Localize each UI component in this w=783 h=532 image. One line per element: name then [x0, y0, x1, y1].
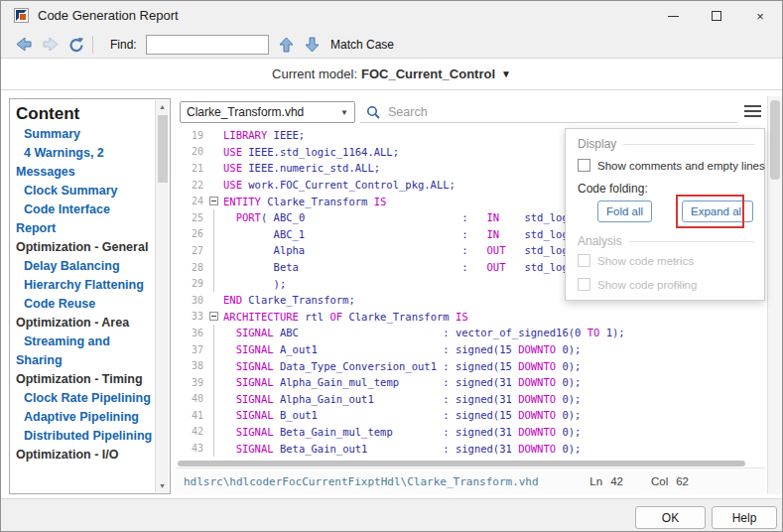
line-number: 33: [180, 311, 203, 322]
display-group-label: Display: [578, 137, 616, 151]
file-dropdown[interactable]: Clarke_Transform.vhd ▼: [180, 101, 355, 123]
line-number: 39: [180, 377, 203, 388]
fold-guide-line: [213, 424, 214, 441]
horizontal-scroll-thumb[interactable]: [178, 461, 745, 466]
dialog-footer: OK Help: [1, 498, 782, 531]
line-number: 25: [180, 212, 203, 223]
show-code-metrics-checkbox: [578, 254, 590, 267]
code-text: );: [223, 278, 286, 290]
fold-guide-line: [213, 325, 214, 341]
fold-toggle-icon[interactable]: [209, 197, 218, 205]
sidebar-item-clock-summary[interactable]: Clock Summary: [16, 182, 153, 200]
sidebar-item-hierarchy-flattening[interactable]: Hierarchy Flattening: [16, 276, 153, 295]
fold-all-button[interactable]: Fold all: [597, 200, 652, 222]
code-line-38: 38 SIGNAL Data_Type_Conversion_out1 : si…: [180, 357, 751, 374]
vertical-scrollbar[interactable]: [767, 96, 782, 494]
model-dropdown-caret-icon: ▼: [501, 68, 511, 79]
line-number: 26: [180, 228, 203, 239]
ok-button[interactable]: OK: [635, 506, 706, 529]
horizontal-scrollbar[interactable]: [178, 460, 753, 467]
fold-guide-line: [213, 440, 214, 457]
code-text: USE IEEE.numeric_std.ALL;: [223, 162, 380, 174]
line-number: 30: [180, 295, 203, 306]
line-number: 43: [180, 443, 203, 454]
file-dropdown-value: Clarke_Transform.vhd: [187, 105, 304, 119]
back-icon[interactable]: [15, 37, 32, 52]
match-case-toggle[interactable]: Match Case: [330, 38, 394, 52]
fold-guide-line: [213, 275, 214, 292]
sidebar-item-streaming-and-sharing[interactable]: Streaming and Sharing: [16, 332, 153, 370]
line-number: 19: [180, 130, 203, 141]
code-line-42: 42 SIGNAL Beta_Gain_mul_temp : signed(31…: [180, 424, 751, 441]
fold-guide-line: [213, 391, 214, 408]
toolbar-separator: [92, 36, 93, 54]
maximize-button[interactable]: [695, 1, 738, 31]
show-code-metrics-row: Show code metrics ···: [578, 254, 694, 267]
line-number: 42: [180, 426, 203, 437]
sidebar-item-4-warnings-2-messages[interactable]: 4 Warnings, 2 Messages: [16, 144, 153, 182]
find-next-icon[interactable]: [305, 37, 320, 53]
show-comments-checkbox[interactable]: [578, 159, 590, 172]
help-button[interactable]: Help: [712, 506, 777, 529]
line-number: 36: [180, 328, 203, 338]
file-path: hdlsrc\hdlcoderFocCurrentFixptHdl\Clarke…: [184, 475, 539, 488]
code-text: END Clarke_Transform;: [223, 294, 355, 306]
code-text: SIGNAL A_out1 : signed(15 DOWNTO 0);: [223, 343, 581, 355]
sidebar-heading-optimization-area: Optimization - Area: [16, 314, 153, 332]
close-button[interactable]: ×: [738, 1, 782, 31]
code-line-40: 40 SIGNAL Alpha_Gain_out1 : signed(31 DO…: [180, 391, 751, 408]
code-line-33: 33ARCHITECTURE rtl OF Clarke_Transform I…: [180, 309, 751, 326]
minimize-button[interactable]: [651, 1, 695, 31]
report-area: Current model: FOC_Current_Control ▼ Con…: [1, 59, 782, 498]
sidebar-item-code-interface-report[interactable]: Code Interface Report: [16, 200, 153, 238]
column-value: 62: [676, 475, 689, 487]
vertical-scroll-thumb[interactable]: [770, 100, 780, 180]
sidebar-item-code-reuse[interactable]: Code Reuse: [16, 295, 153, 314]
show-comments-label: Show comments and empty lines: [597, 160, 765, 172]
line-number: 20: [180, 146, 203, 157]
sidebar-item-adaptive-pipelining[interactable]: Adaptive Pipelining: [16, 408, 153, 427]
find-toolbar: Find: Match Case: [1, 31, 782, 59]
show-code-profiling-checkbox: [578, 278, 590, 291]
menu-icon[interactable]: [744, 105, 761, 117]
code-text: ARCHITECTURE rtl OF Clarke_Transform IS: [223, 311, 468, 323]
metrics-more-icon: ···: [669, 254, 684, 268]
sidebar-heading-optimization-timing: Optimization - Timing: [16, 370, 153, 389]
sidebar-title: Content: [16, 103, 152, 125]
sidebar-scroll-thumb[interactable]: [158, 115, 168, 183]
find-input[interactable]: [146, 35, 269, 55]
display-options-popup: Display Show comments and empty lines Co…: [565, 128, 765, 301]
line-number: 28: [180, 262, 203, 273]
search-input[interactable]: [386, 104, 737, 120]
sidebar-item-summary[interactable]: Summary: [16, 125, 153, 144]
show-comments-row: Show comments and empty lines: [578, 159, 765, 172]
line-number: 37: [180, 344, 203, 355]
scroll-up-icon[interactable]: ▲: [156, 103, 169, 110]
line-value: 42: [610, 475, 623, 487]
analysis-group-label: Analysis: [578, 234, 622, 248]
find-previous-icon[interactable]: [279, 37, 294, 53]
column-label: Col: [651, 475, 668, 487]
sidebar-item-distributed-pipelining[interactable]: Distributed Pipelining: [16, 427, 153, 446]
sidebar-scrollbar[interactable]: ▲ ▼: [155, 100, 169, 492]
profiling-more-icon: ···: [672, 278, 687, 292]
fold-guide-line: [213, 209, 214, 226]
refresh-icon[interactable]: [68, 37, 85, 53]
code-text: SIGNAL ABC : vector_of_signed16(0 TO 1);: [223, 327, 625, 338]
fold-toggle-icon[interactable]: [209, 312, 218, 321]
code-text: SIGNAL Beta_Gain_mul_temp : signed(31 DO…: [223, 426, 581, 438]
current-model-bar[interactable]: Current model: FOC_Current_Control ▼: [1, 59, 782, 90]
find-label: Find:: [110, 38, 137, 52]
scroll-down-icon[interactable]: ▼: [156, 482, 169, 489]
code-text: USE IEEE.std_logic_1164.ALL;: [223, 146, 399, 158]
current-model-name: FOC_Current_Control: [361, 66, 495, 81]
code-text: SIGNAL Beta_Gain_out1 : signed(31 DOWNTO…: [223, 443, 581, 455]
code-line-43: 43 SIGNAL Beta_Gain_out1 : signed(31 DOW…: [180, 440, 751, 457]
sidebar-item-delay-balancing[interactable]: Delay Balancing: [16, 257, 153, 276]
expand-all-button[interactable]: Expand all: [682, 200, 753, 222]
sidebar-item-clock-rate-pipelining[interactable]: Clock Rate Pipelining: [16, 389, 153, 408]
forward-icon[interactable]: [43, 37, 60, 52]
group-divider: [623, 144, 754, 145]
code-text: SIGNAL Data_Type_Conversion_out1 : signe…: [223, 360, 581, 372]
code-status-bar: hdlsrc\hdlcoderFocCurrentFixptHdl\Clarke…: [176, 467, 765, 494]
